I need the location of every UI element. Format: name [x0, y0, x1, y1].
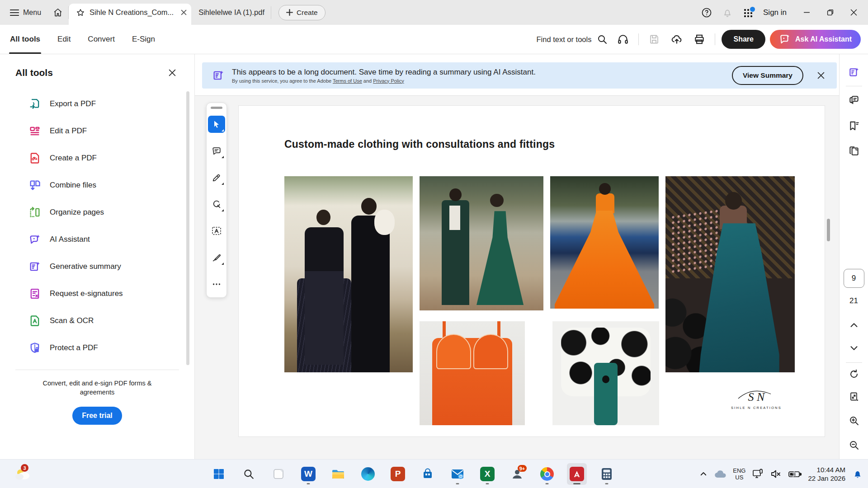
tool-protect-pdf[interactable]: Protect a PDF: [0, 334, 194, 361]
word-button[interactable]: W: [298, 463, 318, 485]
task-view-button[interactable]: [269, 463, 288, 485]
photo-shape: [316, 210, 330, 225]
menu-edit[interactable]: Edit: [57, 25, 71, 54]
export-pdf-icon: [28, 97, 42, 111]
page-thumbnails-button[interactable]: [845, 142, 863, 160]
current-page-input[interactable]: 9: [844, 269, 864, 288]
widgets-button[interactable]: 3: [8, 463, 37, 485]
more-tools-button[interactable]: [208, 276, 225, 293]
help-button[interactable]: [698, 4, 715, 21]
highlight-tool-button[interactable]: [208, 169, 225, 186]
battery-button[interactable]: [788, 468, 802, 480]
tool-edit-pdf[interactable]: Edit a PDF: [0, 117, 194, 145]
app-launcher-button[interactable]: [740, 4, 757, 21]
menu-all-tools[interactable]: All tools: [10, 25, 40, 54]
view-summary-button[interactable]: View Summary: [732, 66, 803, 85]
print-button[interactable]: [690, 30, 708, 48]
brand-logo: S N SIHLE N CREATIONS: [729, 390, 783, 410]
close-window-button[interactable]: [844, 4, 863, 22]
notifications-button[interactable]: [719, 4, 736, 21]
calculator-icon: [601, 468, 613, 480]
zoom-in-icon: [849, 415, 859, 426]
next-page-button[interactable]: [845, 339, 863, 357]
outlook-button[interactable]: @: [448, 463, 467, 485]
erase-tool-button[interactable]: [208, 196, 225, 213]
upload-cloud-button[interactable]: [668, 30, 686, 48]
add-text-icon: [211, 225, 222, 236]
privacy-policy-link[interactable]: Privacy Policy: [373, 78, 404, 84]
onedrive-button[interactable]: [714, 469, 726, 479]
tray-show-hidden-button[interactable]: [699, 470, 708, 478]
edge-icon: [361, 467, 375, 481]
ask-ai-assistant-button[interactable]: Ask AI Assistant: [770, 30, 861, 49]
edge-button[interactable]: [358, 463, 378, 485]
network-button[interactable]: [752, 468, 764, 480]
share-button[interactable]: Share: [722, 30, 765, 49]
document-scroll-region[interactable]: Custom-made clothing with consultations …: [195, 96, 839, 459]
find-label: Find text or tools: [536, 35, 591, 44]
panel-scrollbar[interactable]: [186, 91, 189, 365]
menu-button[interactable]: Menu: [0, 0, 47, 25]
document-scrollbar-thumb[interactable]: [827, 219, 830, 241]
bookmarks-panel-button[interactable]: [845, 117, 863, 135]
chrome-button[interactable]: [537, 463, 557, 485]
previous-page-button[interactable]: [845, 316, 863, 334]
generative-summary-panel-button[interactable]: [845, 63, 863, 81]
comments-panel-button[interactable]: [845, 91, 863, 109]
create-button[interactable]: Create: [278, 5, 326, 20]
calculator-button[interactable]: [597, 463, 617, 485]
tab-close-button[interactable]: [181, 9, 187, 15]
tool-organize-pages[interactable]: Organize pages: [0, 199, 194, 226]
terms-of-use-link[interactable]: Terms of Use: [333, 78, 362, 84]
tool-generative-summary[interactable]: Generative summary: [0, 253, 194, 280]
tool-request-esignatures[interactable]: Request e-signatures: [0, 280, 194, 307]
hamburger-icon: [10, 9, 19, 16]
fit-page-button[interactable]: [845, 388, 863, 406]
taskbar-search-button[interactable]: [239, 463, 259, 485]
add-text-tool-button[interactable]: [208, 222, 225, 239]
comment-tool-button[interactable]: [208, 142, 225, 160]
volume-button[interactable]: [770, 468, 782, 480]
search-icon: [243, 468, 255, 480]
sign-in-button[interactable]: Sign in: [760, 8, 793, 17]
toolbar-drag-handle[interactable]: [211, 107, 222, 109]
zoom-out-button[interactable]: [845, 436, 863, 454]
free-trial-button[interactable]: Free trial: [72, 407, 122, 425]
generative-summary-icon: [848, 66, 860, 78]
start-button[interactable]: [209, 463, 229, 485]
tool-combine-files[interactable]: Combine files: [0, 172, 194, 199]
panel-close-button[interactable]: [165, 66, 179, 80]
rotate-page-button[interactable]: [845, 365, 863, 383]
people-button[interactable]: 9+: [507, 463, 527, 485]
tool-export-pdf[interactable]: Export a PDF: [0, 90, 194, 117]
acrobat-button[interactable]: [567, 463, 587, 485]
minimize-button[interactable]: [797, 4, 816, 22]
file-explorer-button[interactable]: [328, 463, 348, 485]
notification-center-button[interactable]: [852, 468, 863, 480]
zoom-in-button[interactable]: [845, 412, 863, 430]
acrobat-window: Menu Sihle N Creations_Com... Sihlelelwe…: [0, 0, 868, 488]
banner-close-button[interactable]: [813, 68, 829, 83]
maximize-button[interactable]: [820, 4, 840, 22]
tool-ai-assistant[interactable]: AI Assistant: [0, 226, 194, 253]
photo-shape: [305, 227, 343, 365]
find-text-button[interactable]: Find text or tools: [536, 34, 609, 45]
read-aloud-button[interactable]: [614, 30, 632, 48]
tab-sihlelelwe[interactable]: Sihlelelwe IA (1).pdf: [191, 4, 271, 25]
menu-esign[interactable]: E-Sign: [132, 25, 155, 54]
powerpoint-button[interactable]: P: [388, 463, 408, 485]
excel-button[interactable]: X: [477, 463, 497, 485]
clock-date[interactable]: 10:44 AM22 Jan 2026: [808, 465, 845, 483]
menu-convert[interactable]: Convert: [88, 25, 115, 54]
fill-sign-tool-button[interactable]: [208, 249, 225, 266]
save-button[interactable]: [645, 30, 663, 48]
tab-sihle-n-creations[interactable]: Sihle N Creations_Com...: [69, 4, 191, 25]
home-button[interactable]: [47, 0, 68, 25]
photo-shape: [596, 193, 614, 213]
toolbar-divider: [638, 33, 639, 45]
tool-scan-ocr[interactable]: Scan & OCR: [0, 307, 194, 334]
select-tool-button[interactable]: [208, 116, 225, 133]
microsoft-store-button[interactable]: [418, 463, 438, 485]
language-indicator[interactable]: ENGUS: [733, 467, 745, 481]
tool-create-pdf[interactable]: Create a PDF: [0, 145, 194, 172]
